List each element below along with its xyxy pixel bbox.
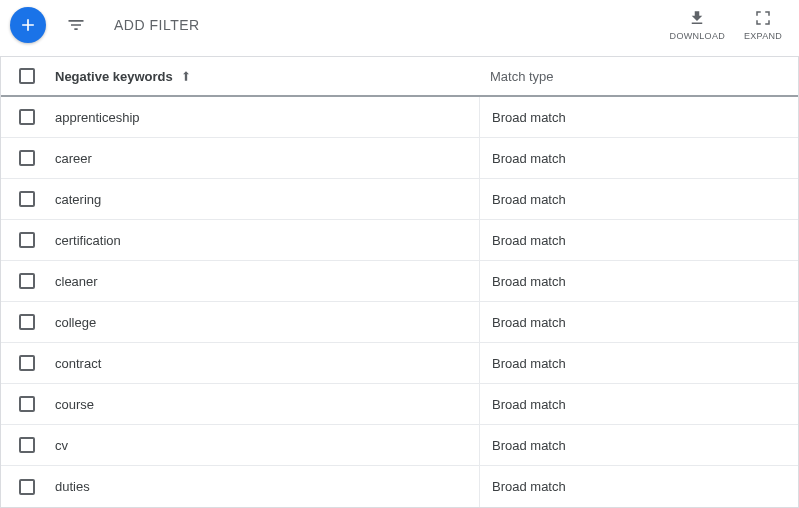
row-match-text: Broad match bbox=[492, 479, 566, 494]
column-header-match-label: Match type bbox=[490, 69, 554, 84]
table-row: cleanerBroad match bbox=[1, 261, 798, 302]
row-match-text: Broad match bbox=[492, 356, 566, 371]
row-check-cell bbox=[1, 384, 53, 424]
row-match: Broad match bbox=[480, 179, 798, 219]
row-check-cell bbox=[1, 220, 53, 260]
row-check-cell bbox=[1, 425, 53, 465]
download-icon bbox=[688, 9, 706, 27]
row-keyword-text: college bbox=[55, 315, 96, 330]
row-check-cell bbox=[1, 343, 53, 383]
row-match: Broad match bbox=[480, 466, 798, 507]
row-checkbox[interactable] bbox=[19, 232, 35, 248]
table-row: collegeBroad match bbox=[1, 302, 798, 343]
row-keyword-text: apprenticeship bbox=[55, 110, 140, 125]
row-keyword-text: course bbox=[55, 397, 94, 412]
row-check-cell bbox=[1, 179, 53, 219]
row-check-cell bbox=[1, 302, 53, 342]
row-keyword[interactable]: contract bbox=[53, 343, 480, 383]
table-row: careerBroad match bbox=[1, 138, 798, 179]
row-keyword-text: contract bbox=[55, 356, 101, 371]
add-filter-button[interactable]: ADD FILTER bbox=[114, 17, 200, 33]
row-checkbox[interactable] bbox=[19, 314, 35, 330]
row-keyword[interactable]: career bbox=[53, 138, 480, 178]
table-row: cateringBroad match bbox=[1, 179, 798, 220]
expand-icon bbox=[754, 9, 772, 27]
row-checkbox[interactable] bbox=[19, 437, 35, 453]
expand-button[interactable]: EXPAND bbox=[741, 9, 785, 41]
row-check-cell bbox=[1, 466, 53, 507]
row-checkbox[interactable] bbox=[19, 191, 35, 207]
table-row: apprenticeshipBroad match bbox=[1, 97, 798, 138]
row-match-text: Broad match bbox=[492, 192, 566, 207]
row-checkbox[interactable] bbox=[19, 150, 35, 166]
row-match: Broad match bbox=[480, 302, 798, 342]
row-checkbox[interactable] bbox=[19, 355, 35, 371]
row-keyword[interactable]: cv bbox=[53, 425, 480, 465]
plus-icon bbox=[18, 15, 38, 35]
row-keyword[interactable]: certification bbox=[53, 220, 480, 260]
row-keyword[interactable]: college bbox=[53, 302, 480, 342]
row-keyword-text: catering bbox=[55, 192, 101, 207]
row-check-cell bbox=[1, 261, 53, 301]
add-button[interactable] bbox=[10, 7, 46, 43]
select-all-checkbox[interactable] bbox=[19, 68, 35, 84]
row-match: Broad match bbox=[480, 425, 798, 465]
row-match-text: Broad match bbox=[492, 397, 566, 412]
table-row: contractBroad match bbox=[1, 343, 798, 384]
row-checkbox[interactable] bbox=[19, 479, 35, 495]
download-button[interactable]: DOWNLOAD bbox=[670, 9, 725, 41]
column-header-keyword[interactable]: Negative keywords bbox=[53, 57, 480, 95]
row-match-text: Broad match bbox=[492, 233, 566, 248]
row-keyword[interactable]: catering bbox=[53, 179, 480, 219]
table-row: certificationBroad match bbox=[1, 220, 798, 261]
row-keyword[interactable]: duties bbox=[53, 466, 480, 507]
row-match-text: Broad match bbox=[492, 274, 566, 289]
select-all-cell bbox=[1, 57, 53, 95]
row-match: Broad match bbox=[480, 138, 798, 178]
row-match: Broad match bbox=[480, 97, 798, 137]
filter-button[interactable] bbox=[64, 13, 88, 37]
row-checkbox[interactable] bbox=[19, 396, 35, 412]
row-keyword[interactable]: apprenticeship bbox=[53, 97, 480, 137]
row-match: Broad match bbox=[480, 261, 798, 301]
column-header-match[interactable]: Match type bbox=[480, 57, 798, 95]
row-match: Broad match bbox=[480, 343, 798, 383]
keywords-table: Negative keywords Match type apprentices… bbox=[0, 56, 799, 508]
expand-label: EXPAND bbox=[744, 31, 782, 41]
row-check-cell bbox=[1, 138, 53, 178]
row-match-text: Broad match bbox=[492, 315, 566, 330]
row-keyword[interactable]: cleaner bbox=[53, 261, 480, 301]
row-match-text: Broad match bbox=[492, 110, 566, 125]
row-keyword[interactable]: course bbox=[53, 384, 480, 424]
row-match: Broad match bbox=[480, 384, 798, 424]
column-header-keyword-label: Negative keywords bbox=[55, 69, 173, 84]
row-keyword-text: cv bbox=[55, 438, 68, 453]
row-match: Broad match bbox=[480, 220, 798, 260]
toolbar: ADD FILTER DOWNLOAD EXPAND bbox=[0, 0, 799, 56]
download-label: DOWNLOAD bbox=[670, 31, 725, 41]
row-match-text: Broad match bbox=[492, 438, 566, 453]
filter-icon bbox=[66, 15, 86, 35]
sort-ascending-icon bbox=[179, 69, 193, 83]
row-keyword-text: career bbox=[55, 151, 92, 166]
row-checkbox[interactable] bbox=[19, 109, 35, 125]
table-header: Negative keywords Match type bbox=[1, 57, 798, 97]
table-row: cvBroad match bbox=[1, 425, 798, 466]
row-checkbox[interactable] bbox=[19, 273, 35, 289]
row-keyword-text: cleaner bbox=[55, 274, 98, 289]
table-row: courseBroad match bbox=[1, 384, 798, 425]
table-row: dutiesBroad match bbox=[1, 466, 798, 507]
row-match-text: Broad match bbox=[492, 151, 566, 166]
row-keyword-text: duties bbox=[55, 479, 90, 494]
action-group: DOWNLOAD EXPAND bbox=[670, 9, 785, 41]
row-keyword-text: certification bbox=[55, 233, 121, 248]
table-body: apprenticeshipBroad matchcareerBroad mat… bbox=[1, 97, 798, 507]
row-check-cell bbox=[1, 97, 53, 137]
